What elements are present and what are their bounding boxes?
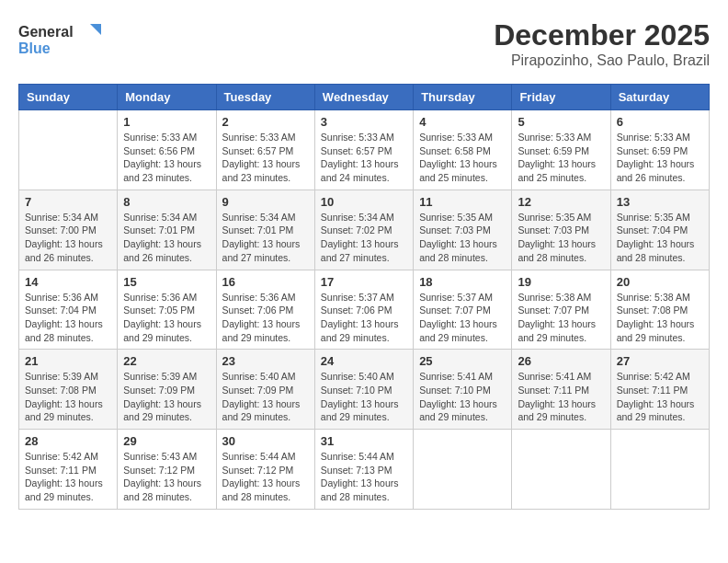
- day-info: Sunrise: 5:43 AM Sunset: 7:12 PM Dayligh…: [123, 450, 210, 504]
- day-number: 2: [222, 115, 309, 129]
- day-number: 5: [518, 115, 604, 129]
- calendar-cell: [512, 430, 610, 510]
- day-info: Sunrise: 5:36 AM Sunset: 7:04 PM Dayligh…: [25, 291, 111, 345]
- day-number: 30: [222, 434, 309, 448]
- day-number: 19: [518, 275, 604, 289]
- day-number: 9: [222, 195, 309, 209]
- day-number: 24: [321, 354, 407, 368]
- day-info: Sunrise: 5:34 AM Sunset: 7:00 PM Dayligh…: [25, 211, 111, 265]
- calendar-cell: 2Sunrise: 5:33 AM Sunset: 6:57 PM Daylig…: [216, 110, 314, 190]
- subtitle: Pirapozinho, Sao Paulo, Brazil: [494, 52, 710, 69]
- logo-svg: General Blue: [18, 18, 101, 60]
- calendar-cell: 17Sunrise: 5:37 AM Sunset: 7:06 PM Dayli…: [314, 270, 413, 350]
- day-info: Sunrise: 5:41 AM Sunset: 7:10 PM Dayligh…: [419, 370, 506, 424]
- day-info: Sunrise: 5:34 AM Sunset: 7:01 PM Dayligh…: [222, 211, 309, 265]
- calendar-cell: 23Sunrise: 5:40 AM Sunset: 7:09 PM Dayli…: [216, 350, 314, 430]
- svg-marker-2: [90, 24, 101, 35]
- day-number: 27: [617, 354, 703, 368]
- calendar-week-row: 7Sunrise: 5:34 AM Sunset: 7:00 PM Daylig…: [19, 190, 710, 270]
- day-info: Sunrise: 5:33 AM Sunset: 6:59 PM Dayligh…: [518, 131, 604, 185]
- header-day-sunday: Sunday: [19, 85, 118, 110]
- calendar-cell: 7Sunrise: 5:34 AM Sunset: 7:00 PM Daylig…: [19, 190, 118, 270]
- day-number: 26: [518, 354, 604, 368]
- calendar-cell: 1Sunrise: 5:33 AM Sunset: 6:56 PM Daylig…: [118, 110, 216, 190]
- header-day-saturday: Saturday: [610, 85, 709, 110]
- calendar-cell: 10Sunrise: 5:34 AM Sunset: 7:02 PM Dayli…: [314, 190, 413, 270]
- calendar-cell: 8Sunrise: 5:34 AM Sunset: 7:01 PM Daylig…: [118, 190, 216, 270]
- calendar-cell: 5Sunrise: 5:33 AM Sunset: 6:59 PM Daylig…: [512, 110, 610, 190]
- calendar-cell: 24Sunrise: 5:40 AM Sunset: 7:10 PM Dayli…: [314, 350, 413, 430]
- calendar-cell: 31Sunrise: 5:44 AM Sunset: 7:13 PM Dayli…: [314, 430, 413, 510]
- calendar-cell: 28Sunrise: 5:42 AM Sunset: 7:11 PM Dayli…: [19, 430, 118, 510]
- day-number: 3: [321, 115, 407, 129]
- day-info: Sunrise: 5:36 AM Sunset: 7:06 PM Dayligh…: [222, 291, 309, 345]
- title-block: December 2025 Pirapozinho, Sao Paulo, Br…: [494, 18, 710, 69]
- calendar-cell: 11Sunrise: 5:35 AM Sunset: 7:03 PM Dayli…: [414, 190, 512, 270]
- page: General Blue December 2025 Pirapozinho, …: [0, 0, 728, 528]
- calendar-cell: 14Sunrise: 5:36 AM Sunset: 7:04 PM Dayli…: [19, 270, 118, 350]
- day-number: 10: [321, 195, 407, 209]
- header-day-wednesday: Wednesday: [314, 85, 413, 110]
- day-number: 11: [419, 195, 506, 209]
- day-number: 31: [321, 434, 407, 448]
- calendar-cell: 19Sunrise: 5:38 AM Sunset: 7:07 PM Dayli…: [512, 270, 610, 350]
- calendar-cell: 22Sunrise: 5:39 AM Sunset: 7:09 PM Dayli…: [118, 350, 216, 430]
- calendar-cell: [610, 430, 709, 510]
- day-info: Sunrise: 5:37 AM Sunset: 7:06 PM Dayligh…: [321, 291, 407, 345]
- day-info: Sunrise: 5:33 AM Sunset: 6:57 PM Dayligh…: [321, 131, 407, 185]
- calendar-cell: 3Sunrise: 5:33 AM Sunset: 6:57 PM Daylig…: [314, 110, 413, 190]
- day-number: 18: [419, 275, 506, 289]
- day-info: Sunrise: 5:42 AM Sunset: 7:11 PM Dayligh…: [617, 370, 703, 424]
- day-number: 7: [25, 195, 111, 209]
- day-number: 20: [617, 275, 703, 289]
- calendar-cell: 27Sunrise: 5:42 AM Sunset: 7:11 PM Dayli…: [610, 350, 709, 430]
- day-number: 13: [617, 195, 703, 209]
- day-info: Sunrise: 5:37 AM Sunset: 7:07 PM Dayligh…: [419, 291, 506, 345]
- day-info: Sunrise: 5:44 AM Sunset: 7:12 PM Dayligh…: [222, 450, 309, 504]
- header-day-monday: Monday: [118, 85, 216, 110]
- calendar-table: SundayMondayTuesdayWednesdayThursdayFrid…: [18, 84, 710, 510]
- calendar-cell: 9Sunrise: 5:34 AM Sunset: 7:01 PM Daylig…: [216, 190, 314, 270]
- day-number: 8: [123, 195, 210, 209]
- day-number: 4: [419, 115, 506, 129]
- calendar-cell: 21Sunrise: 5:39 AM Sunset: 7:08 PM Dayli…: [19, 350, 118, 430]
- calendar-cell: 25Sunrise: 5:41 AM Sunset: 7:10 PM Dayli…: [414, 350, 512, 430]
- day-number: 23: [222, 354, 309, 368]
- day-number: 21: [25, 354, 111, 368]
- header-day-friday: Friday: [512, 85, 610, 110]
- header: General Blue December 2025 Pirapozinho, …: [18, 18, 710, 69]
- calendar-cell: 15Sunrise: 5:36 AM Sunset: 7:05 PM Dayli…: [118, 270, 216, 350]
- day-info: Sunrise: 5:34 AM Sunset: 7:02 PM Dayligh…: [321, 211, 407, 265]
- day-info: Sunrise: 5:33 AM Sunset: 6:58 PM Dayligh…: [419, 131, 506, 185]
- calendar-cell: [414, 430, 512, 510]
- calendar-cell: 4Sunrise: 5:33 AM Sunset: 6:58 PM Daylig…: [414, 110, 512, 190]
- logo: General Blue: [18, 18, 101, 60]
- day-info: Sunrise: 5:40 AM Sunset: 7:10 PM Dayligh…: [321, 370, 407, 424]
- calendar-week-row: 1Sunrise: 5:33 AM Sunset: 6:56 PM Daylig…: [19, 110, 710, 190]
- day-info: Sunrise: 5:33 AM Sunset: 6:59 PM Dayligh…: [617, 131, 703, 185]
- calendar-week-row: 14Sunrise: 5:36 AM Sunset: 7:04 PM Dayli…: [19, 270, 710, 350]
- day-info: Sunrise: 5:35 AM Sunset: 7:04 PM Dayligh…: [617, 211, 703, 265]
- day-info: Sunrise: 5:39 AM Sunset: 7:08 PM Dayligh…: [25, 370, 111, 424]
- calendar-cell: 6Sunrise: 5:33 AM Sunset: 6:59 PM Daylig…: [610, 110, 709, 190]
- day-info: Sunrise: 5:33 AM Sunset: 6:56 PM Dayligh…: [123, 131, 210, 185]
- calendar-cell: 29Sunrise: 5:43 AM Sunset: 7:12 PM Dayli…: [118, 430, 216, 510]
- day-info: Sunrise: 5:33 AM Sunset: 6:57 PM Dayligh…: [222, 131, 309, 185]
- svg-text:General: General: [18, 24, 74, 40]
- day-number: 6: [617, 115, 703, 129]
- day-info: Sunrise: 5:44 AM Sunset: 7:13 PM Dayligh…: [321, 450, 407, 504]
- day-info: Sunrise: 5:42 AM Sunset: 7:11 PM Dayligh…: [25, 450, 111, 504]
- day-info: Sunrise: 5:35 AM Sunset: 7:03 PM Dayligh…: [419, 211, 506, 265]
- day-info: Sunrise: 5:38 AM Sunset: 7:08 PM Dayligh…: [617, 291, 703, 345]
- header-day-thursday: Thursday: [414, 85, 512, 110]
- day-number: 29: [123, 434, 210, 448]
- header-day-tuesday: Tuesday: [216, 85, 314, 110]
- day-number: 12: [518, 195, 604, 209]
- day-info: Sunrise: 5:40 AM Sunset: 7:09 PM Dayligh…: [222, 370, 309, 424]
- day-number: 25: [419, 354, 506, 368]
- day-number: 1: [123, 115, 210, 129]
- day-info: Sunrise: 5:35 AM Sunset: 7:03 PM Dayligh…: [518, 211, 604, 265]
- day-info: Sunrise: 5:34 AM Sunset: 7:01 PM Dayligh…: [123, 211, 210, 265]
- day-number: 15: [123, 275, 210, 289]
- calendar-cell: 16Sunrise: 5:36 AM Sunset: 7:06 PM Dayli…: [216, 270, 314, 350]
